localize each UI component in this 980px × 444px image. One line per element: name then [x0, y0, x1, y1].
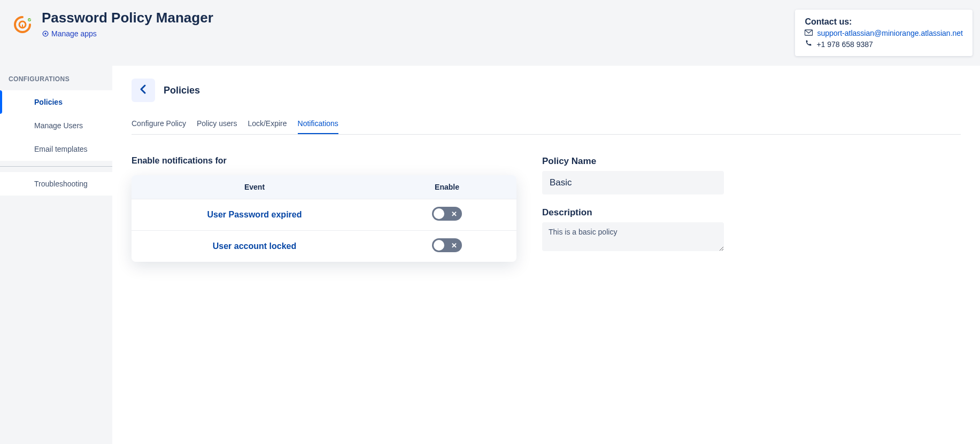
body: CONFIGURATIONS Policies Manage Users Ema… [0, 66, 980, 444]
notifications-section-title: Enable notifications for [132, 156, 516, 166]
svg-rect-1 [22, 25, 23, 27]
toggle-knob [434, 240, 444, 251]
event-password-expired-link[interactable]: User Password expired [132, 200, 377, 229]
sidebar-item-label: Troubleshooting [34, 180, 88, 188]
sidebar-item-label: Email templates [34, 145, 88, 153]
manage-apps-label: Manage apps [51, 29, 97, 38]
toggle-password-expired[interactable]: ✕ [432, 207, 462, 221]
table-row: User account locked ✕ [132, 230, 516, 262]
phone-icon [805, 40, 812, 49]
description-textarea[interactable] [542, 222, 724, 251]
tab-label: Notifications [298, 119, 338, 128]
table-header: Event Enable [132, 175, 516, 199]
close-icon: ✕ [451, 242, 457, 249]
notifications-table: Event Enable User Password expired ✕ [132, 175, 516, 262]
description-label: Description [542, 207, 724, 218]
page-head: Policies [132, 79, 961, 102]
toggle-cell: ✕ [377, 199, 516, 230]
sidebar-item-label: Policies [34, 98, 63, 106]
page-title: Policies [164, 85, 200, 96]
policy-name-input[interactable] [542, 171, 724, 194]
toggle-knob [434, 208, 444, 219]
sidebar-item-manage-users[interactable]: Manage Users [0, 114, 112, 137]
header-title-block: Password Policy Manager Manage apps [42, 10, 213, 40]
right-pane: Policy Name Description [542, 156, 724, 253]
table-row: User Password expired ✕ [132, 199, 516, 230]
contact-email-row: support-atlassian@miniorange.atlassian.n… [805, 29, 963, 37]
column-header-enable: Enable [377, 175, 516, 199]
tab-label: Configure Policy [132, 119, 186, 128]
content-row: Enable notifications for Event Enable Us… [132, 156, 961, 262]
contact-phone-text: +1 978 658 9387 [816, 40, 873, 49]
sidebar-divider [0, 166, 112, 167]
tab-policy-users[interactable]: Policy users [197, 114, 237, 134]
sidebar-heading: CONFIGURATIONS [0, 66, 112, 90]
tab-label: Policy users [197, 119, 237, 128]
manage-apps-link[interactable]: Manage apps [42, 29, 97, 38]
contact-phone-row: +1 978 658 9387 [805, 40, 963, 49]
sidebar-item-label: Manage Users [34, 121, 83, 130]
tab-configure-policy[interactable]: Configure Policy [132, 114, 186, 134]
contact-title: Contact us: [805, 17, 963, 27]
toggle-account-locked[interactable]: ✕ [432, 238, 462, 252]
sidebar-item-troubleshooting[interactable]: Troubleshooting [0, 172, 112, 196]
header-left: Password Policy Manager Manage apps [12, 10, 213, 40]
app-logo-icon [12, 14, 33, 35]
svg-point-4 [44, 33, 47, 35]
main-content: Policies Configure Policy Policy users L… [112, 66, 980, 444]
close-icon: ✕ [451, 211, 457, 217]
toggle-cell: ✕ [377, 231, 516, 262]
left-pane: Enable notifications for Event Enable Us… [132, 156, 516, 262]
tabs: Configure Policy Policy users Lock/Expir… [132, 114, 961, 135]
header: Password Policy Manager Manage apps Cont… [0, 0, 980, 66]
back-button[interactable] [132, 79, 155, 102]
tab-label: Lock/Expire [248, 119, 287, 128]
app-title: Password Policy Manager [42, 10, 213, 26]
policy-name-label: Policy Name [542, 156, 724, 167]
sidebar: CONFIGURATIONS Policies Manage Users Ema… [0, 66, 112, 444]
sidebar-item-policies[interactable]: Policies [0, 90, 112, 114]
tab-notifications[interactable]: Notifications [298, 114, 338, 134]
tab-lock-expire[interactable]: Lock/Expire [248, 114, 287, 134]
event-account-locked-link[interactable]: User account locked [132, 232, 377, 261]
contact-card: Contact us: support-atlassian@miniorange… [795, 10, 973, 56]
sidebar-item-email-templates[interactable]: Email templates [0, 137, 112, 161]
column-header-event: Event [132, 175, 377, 199]
chevron-left-icon [137, 83, 150, 98]
mail-icon [805, 29, 813, 37]
gear-icon [42, 30, 49, 37]
contact-email-link[interactable]: support-atlassian@miniorange.atlassian.n… [817, 29, 963, 37]
